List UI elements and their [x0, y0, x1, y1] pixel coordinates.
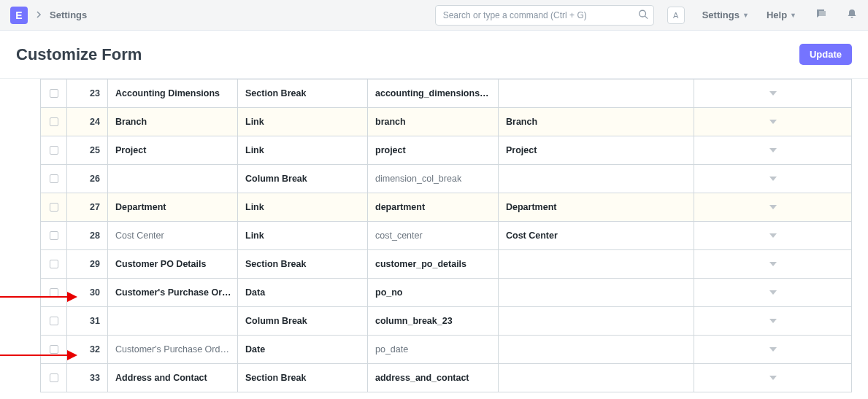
field-options[interactable] [499, 250, 694, 278]
field-label[interactable] [108, 307, 238, 335]
field-type[interactable]: Link [238, 136, 368, 164]
bell-icon[interactable] [846, 8, 858, 22]
chat-icon[interactable] [815, 8, 827, 22]
field-label[interactable]: Customer's Purchase Ord… [108, 336, 238, 363]
row-index: 26 [67, 165, 108, 193]
field-type[interactable]: Column Break [238, 165, 368, 193]
table-row[interactable]: 33 Address and Contact Section Break add… [41, 363, 851, 392]
field-options[interactable] [499, 307, 694, 335]
row-menu-button[interactable] [694, 193, 851, 221]
annotation-arrow [0, 355, 76, 356]
row-checkbox[interactable] [50, 260, 58, 268]
field-name[interactable]: po_date [368, 336, 499, 363]
fields-table: 23 Accounting Dimensions Section Break a… [40, 79, 852, 392]
row-checkbox[interactable] [50, 317, 58, 325]
table-row[interactable]: 27 Department Link department Department [41, 193, 851, 221]
field-type[interactable]: Link [238, 193, 368, 221]
field-type[interactable]: Link [238, 108, 368, 136]
row-checkbox[interactable] [50, 174, 58, 183]
row-checkbox[interactable] [50, 203, 58, 212]
table-row[interactable]: 26 Column Break dimension_col_break [41, 164, 851, 193]
breadcrumb-settings[interactable]: Settings [50, 9, 87, 20]
field-type[interactable]: Section Break [238, 250, 368, 278]
field-label[interactable]: Department [108, 193, 238, 221]
caret-down-icon [769, 91, 777, 96]
field-type[interactable]: Column Break [238, 307, 368, 335]
field-label[interactable]: Branch [108, 108, 238, 136]
field-type[interactable]: Section Break [238, 80, 368, 107]
table-row[interactable]: 29 Customer PO Details Section Break cus… [41, 249, 851, 278]
row-checkbox[interactable] [50, 231, 58, 240]
field-options[interactable]: Project [499, 136, 694, 164]
update-button[interactable]: Update [799, 44, 852, 65]
row-menu-button[interactable] [694, 136, 851, 164]
nav-settings-menu[interactable]: Settings ▼ [702, 9, 749, 20]
caret-down-icon [769, 347, 777, 352]
row-menu-button[interactable] [694, 108, 851, 136]
row-menu-button[interactable] [694, 336, 851, 363]
field-options[interactable] [499, 279, 694, 306]
field-type[interactable]: Section Break [238, 364, 368, 392]
row-checkbox[interactable] [50, 146, 58, 155]
row-menu-button[interactable] [694, 364, 851, 392]
row-checkbox[interactable] [50, 373, 58, 382]
field-options[interactable]: Department [499, 193, 694, 221]
row-menu-button[interactable] [694, 165, 851, 193]
table-row[interactable]: 28 Cost Center Link cost_center Cost Cen… [41, 221, 851, 249]
search-icon [638, 9, 648, 21]
row-checkbox[interactable] [50, 117, 58, 126]
field-name[interactable]: department [368, 193, 499, 221]
row-checkbox[interactable] [50, 345, 58, 354]
field-type[interactable]: Link [238, 222, 368, 249]
field-label[interactable]: Address and Contact [108, 364, 238, 392]
field-label[interactable]: Accounting Dimensions [108, 80, 238, 107]
field-name[interactable]: branch [368, 108, 499, 136]
row-menu-button[interactable] [694, 250, 851, 278]
caret-down-icon: ▼ [790, 12, 796, 19]
field-name[interactable]: column_break_23 [368, 307, 499, 335]
field-label[interactable] [108, 165, 238, 193]
row-menu-button[interactable] [694, 222, 851, 249]
row-checkbox[interactable] [50, 89, 58, 98]
nav-settings-label: Settings [702, 9, 740, 20]
row-menu-button[interactable] [694, 279, 851, 306]
field-options[interactable] [499, 364, 694, 392]
caret-down-icon [769, 120, 777, 124]
row-index: 27 [67, 193, 108, 221]
field-name[interactable]: po_no [368, 279, 499, 306]
field-options[interactable] [499, 80, 694, 107]
field-type[interactable]: Date [238, 336, 368, 363]
field-options[interactable]: Branch [499, 108, 694, 136]
field-options[interactable] [499, 165, 694, 193]
row-index: 24 [67, 108, 108, 136]
field-label[interactable]: Cost Center [108, 222, 238, 249]
table-row[interactable]: 23 Accounting Dimensions Section Break a… [41, 79, 851, 107]
avatar[interactable]: A [667, 7, 685, 24]
field-name[interactable]: project [368, 136, 499, 164]
row-menu-button[interactable] [694, 80, 851, 107]
table-row[interactable]: 32 Customer's Purchase Ord… Date po_date [41, 335, 851, 363]
navbar: E Settings A Settings ▼ Help ▼ [0, 0, 868, 31]
nav-help-menu[interactable]: Help ▼ [767, 9, 796, 20]
field-type[interactable]: Data [238, 279, 368, 306]
field-label[interactable]: Customer PO Details [108, 250, 238, 278]
row-menu-button[interactable] [694, 307, 851, 335]
table-row[interactable]: 30 Customer's Purchase Or… Data po_no [41, 278, 851, 306]
app-logo[interactable]: E [10, 7, 28, 24]
field-name[interactable]: customer_po_details [368, 250, 499, 278]
field-label[interactable]: Project [108, 136, 238, 164]
field-name[interactable]: dimension_col_break [368, 165, 499, 193]
nav-help-label: Help [767, 9, 787, 20]
field-label[interactable]: Customer's Purchase Or… [108, 279, 238, 306]
table-row[interactable]: 24 Branch Link branch Branch [41, 107, 851, 136]
svg-point-0 [639, 10, 645, 17]
field-options[interactable] [499, 336, 694, 363]
field-options[interactable]: Cost Center [499, 222, 694, 249]
table-row[interactable]: 31 Column Break column_break_23 [41, 306, 851, 335]
row-index: 23 [67, 80, 108, 107]
table-row[interactable]: 25 Project Link project Project [41, 136, 851, 164]
field-name[interactable]: accounting_dimensions… [368, 80, 499, 107]
field-name[interactable]: cost_center [368, 222, 499, 249]
field-name[interactable]: address_and_contact [368, 364, 499, 392]
search-input[interactable] [435, 5, 654, 26]
